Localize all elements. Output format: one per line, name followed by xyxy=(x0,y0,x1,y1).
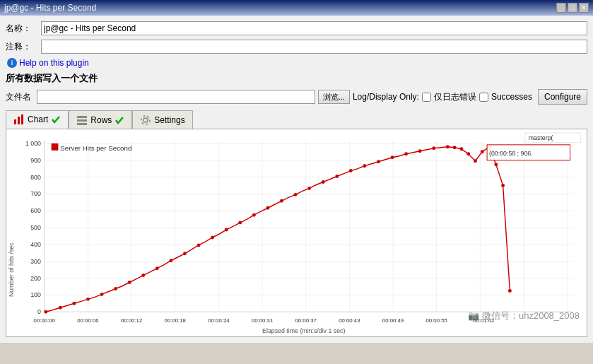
svg-text:Server Hits per Second: Server Hits per Second xyxy=(60,144,131,152)
successes-checkbox[interactable] xyxy=(479,93,488,102)
svg-point-85 xyxy=(404,152,408,155)
svg-rect-0 xyxy=(14,119,16,124)
svg-point-80 xyxy=(335,175,339,178)
svg-point-7 xyxy=(141,116,150,124)
svg-text:00:00:24: 00:00:24 xyxy=(208,317,230,324)
svg-text:400: 400 xyxy=(30,241,41,248)
log-errors-checkbox[interactable] xyxy=(422,93,431,102)
watermark-text: 📷 微信号：uhz2008_2008 xyxy=(468,310,580,321)
svg-point-65 xyxy=(128,281,131,284)
svg-point-86 xyxy=(418,149,422,153)
svg-point-64 xyxy=(114,287,117,290)
svg-text:700: 700 xyxy=(30,190,41,197)
svg-text:100: 100 xyxy=(30,291,41,298)
chart-area: 0 100 200 300 400 500 600 700 800 900 1 … xyxy=(6,129,587,337)
svg-point-90 xyxy=(459,147,463,151)
log-display-label: Log/Display Only: xyxy=(353,92,419,102)
svg-point-66 xyxy=(141,274,145,277)
configure-button[interactable]: Configure xyxy=(538,89,587,105)
svg-text:900: 900 xyxy=(30,157,41,164)
help-text: Help on this plugin xyxy=(19,58,89,68)
close-button[interactable]: ✕ xyxy=(579,3,589,13)
svg-text:0: 0 xyxy=(37,308,41,315)
name-input[interactable] xyxy=(41,21,587,35)
svg-point-92 xyxy=(474,159,477,163)
svg-point-60 xyxy=(59,306,62,310)
svg-rect-1 xyxy=(18,117,20,124)
svg-point-69 xyxy=(183,252,187,255)
comment-input[interactable] xyxy=(41,40,587,54)
svg-rect-5 xyxy=(77,123,87,125)
svg-text:1 000: 1 000 xyxy=(25,140,41,147)
tab-chart[interactable]: Chart xyxy=(6,110,69,129)
svg-text:00:00:00: 00:00:00 xyxy=(34,317,56,324)
svg-text:00:00:06: 00:00:06 xyxy=(77,317,99,324)
window-title: jp@gc - Hits per Second xyxy=(4,3,96,13)
file-row: 文件名 浏览... Log/Display Only: 仅日志错误 Succes… xyxy=(6,89,587,105)
tabs-container: Chart Rows Settings xyxy=(6,110,587,129)
chart-icon xyxy=(13,114,25,125)
main-content: 名称： 注释： i Help on this plugin 所有数据写入一个文件… xyxy=(0,16,593,343)
svg-point-95 xyxy=(494,163,498,166)
svg-rect-2 xyxy=(21,115,23,124)
svg-point-70 xyxy=(197,243,201,247)
svg-text:500: 500 xyxy=(30,224,41,231)
svg-point-81 xyxy=(349,169,353,172)
svg-point-63 xyxy=(100,293,104,296)
svg-text:00:00:12: 00:00:12 xyxy=(121,317,142,324)
svg-point-68 xyxy=(169,259,172,262)
settings-icon xyxy=(140,115,151,126)
svg-text:(00:00:58 ; 906.: (00:00:58 ; 906. xyxy=(489,150,533,157)
rows-tab-checkmark xyxy=(115,115,124,125)
svg-point-89 xyxy=(453,146,457,149)
svg-point-75 xyxy=(266,206,269,210)
svg-point-97 xyxy=(508,289,512,293)
svg-point-67 xyxy=(155,266,159,270)
svg-point-87 xyxy=(432,146,435,150)
comment-label: 注释： xyxy=(6,41,41,53)
minimize-button[interactable]: _ xyxy=(556,3,566,13)
svg-point-72 xyxy=(225,228,228,232)
tab-rows[interactable]: Rows xyxy=(69,110,132,129)
svg-point-88 xyxy=(446,145,450,148)
comment-row: 注释： xyxy=(6,40,587,54)
name-label: 名称： xyxy=(6,23,41,35)
watermark: 📷 微信号：uhz2008_2008 xyxy=(468,310,580,322)
svg-point-62 xyxy=(86,298,90,301)
svg-text:00:00:37: 00:00:37 xyxy=(295,317,316,324)
svg-text:600: 600 xyxy=(30,207,41,214)
svg-text:300: 300 xyxy=(30,258,41,265)
svg-text:800: 800 xyxy=(30,173,41,180)
svg-rect-3 xyxy=(77,116,87,118)
svg-point-6 xyxy=(143,118,148,122)
svg-text:00:00:49: 00:00:49 xyxy=(382,317,404,324)
tab-settings-label: Settings xyxy=(154,115,184,125)
svg-text:00:00:43: 00:00:43 xyxy=(339,317,360,324)
tab-rows-label: Rows xyxy=(90,115,112,125)
svg-text:Number of hits /sec: Number of hits /sec xyxy=(8,242,15,297)
svg-point-73 xyxy=(238,221,242,225)
chart-tab-checkmark xyxy=(51,115,61,124)
svg-point-82 xyxy=(363,164,366,168)
file-input[interactable] xyxy=(37,90,315,104)
maximize-button[interactable]: □ xyxy=(568,3,577,13)
svg-point-96 xyxy=(501,184,505,187)
svg-text:00:00:18: 00:00:18 xyxy=(165,317,187,324)
svg-point-76 xyxy=(280,199,283,203)
window-controls: _ □ ✕ xyxy=(556,3,589,13)
title-bar: jp@gc - Hits per Second _ □ ✕ xyxy=(0,0,593,16)
info-icon: i xyxy=(7,58,17,68)
svg-text:Elapsed time (min:s/div 1 sec): Elapsed time (min:s/div 1 sec) xyxy=(262,327,345,334)
svg-point-77 xyxy=(294,193,298,196)
browse-button[interactable]: 浏览... xyxy=(318,90,350,104)
svg-point-93 xyxy=(481,150,484,153)
file-label: 文件名 xyxy=(6,91,31,103)
section-title: 所有数据写入一个文件 xyxy=(6,72,587,85)
svg-point-91 xyxy=(466,152,470,155)
tab-chart-label: Chart xyxy=(28,115,48,124)
help-link[interactable]: i Help on this plugin xyxy=(7,58,587,68)
successes-label: Successes xyxy=(491,92,532,102)
svg-point-59 xyxy=(44,310,47,314)
svg-point-74 xyxy=(252,213,256,217)
tab-settings[interactable]: Settings xyxy=(132,110,192,129)
